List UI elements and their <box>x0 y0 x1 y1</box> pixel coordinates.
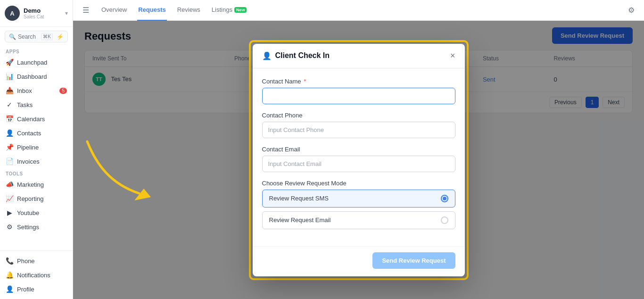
client-checkin-modal: 👤 Client Check In × Contact Name * <box>253 44 465 276</box>
choose-mode-group: Choose Review Request Mode Review Reques… <box>262 180 455 229</box>
sidebar-item-label: Invoices <box>17 158 40 165</box>
email-option-label: Review Request Email <box>269 216 331 224</box>
modal-title-text: Client Check In <box>275 51 330 60</box>
sidebar-item-youtube[interactable]: ▶ Youtube <box>0 206 73 220</box>
settings-icon: ⚙ <box>6 223 13 231</box>
youtube-icon: ▶ <box>6 209 13 216</box>
sidebar-user-info: Demo Sales Cat <box>24 7 44 19</box>
main-area: ☰ Overview Requests Reviews Listings New… <box>73 0 644 299</box>
avatar: A <box>5 6 20 21</box>
notifications-icon: 🔔 <box>6 271 13 279</box>
sidebar-item-phone[interactable]: 📞 Phone <box>0 254 73 268</box>
sidebar-item-contacts[interactable]: 👤 Contacts <box>0 126 73 140</box>
sidebar-item-label: Pipeline <box>17 144 39 151</box>
contact-email-group: Contact Email <box>262 146 455 172</box>
modal-title: 👤 Client Check In <box>262 51 330 60</box>
sidebar-item-calendars[interactable]: 📅 Calendars <box>0 112 73 126</box>
sidebar-item-label: Youtube <box>17 209 39 216</box>
sidebar-item-label: Dashboard <box>17 73 47 80</box>
modal-send-review-button[interactable]: Send Review Request <box>372 252 455 269</box>
sidebar-item-settings[interactable]: ⚙ Settings <box>0 220 73 234</box>
section-apps-label: Apps <box>0 46 73 55</box>
dashboard-icon: 📊 <box>6 73 13 80</box>
sidebar-item-label: Reporting <box>17 195 43 202</box>
sidebar-item-notifications[interactable]: 🔔 Notifications <box>0 268 73 282</box>
sidebar-item-pipeline[interactable]: 📌 Pipeline <box>0 140 73 154</box>
contact-phone-group: Contact Phone <box>262 112 455 138</box>
inbox-icon: 📥 <box>6 87 13 94</box>
email-radio-dot <box>441 216 448 224</box>
launchpad-icon: 🚀 <box>6 58 13 66</box>
sidebar-item-inbox[interactable]: 📥 Inbox 5 <box>0 83 73 98</box>
tab-requests[interactable]: Requests <box>137 0 167 21</box>
sidebar-item-tasks[interactable]: ✓ Tasks <box>0 98 73 112</box>
listings-new-badge: New <box>234 7 247 13</box>
sidebar-item-label: Profile <box>17 286 34 293</box>
phone-icon: 📞 <box>6 257 13 265</box>
sidebar: A Demo Sales Cat ▾ 🔍 Search ⌘K ⚡ Apps 🚀 … <box>0 0 73 299</box>
contact-name-group: Contact Name * <box>262 78 455 104</box>
sidebar-chevron-icon: ▾ <box>65 10 68 17</box>
search-icon: 🔍 <box>9 33 16 40</box>
sidebar-item-profile[interactable]: 👤 Profile <box>0 282 73 296</box>
profile-icon: 👤 <box>6 285 13 293</box>
sidebar-item-label: Notifications <box>17 272 50 279</box>
calendars-icon: 📅 <box>6 115 13 123</box>
sidebar-item-label: Inbox <box>17 87 32 94</box>
tab-reviews[interactable]: Reviews <box>176 0 201 21</box>
user-check-icon: 👤 <box>262 51 272 60</box>
user-name: Demo <box>24 7 44 14</box>
sms-option-label: Review Request SMS <box>269 195 329 202</box>
sidebar-item-label: Tasks <box>17 101 33 108</box>
sidebar-item-dashboard[interactable]: 📊 Dashboard <box>0 69 73 83</box>
tab-reviews-label: Reviews <box>177 6 200 13</box>
sidebar-item-reporting[interactable]: 📈 Reporting <box>0 191 73 206</box>
search-shortcut: ⌘K <box>41 33 53 40</box>
sidebar-item-label: Phone <box>17 257 35 265</box>
section-tools-label: Tools <box>0 168 73 177</box>
contacts-icon: 👤 <box>6 129 13 137</box>
user-sub: Sales Cat <box>24 14 44 19</box>
gear-icon[interactable]: ⚙ <box>628 6 635 15</box>
sidebar-item-invoices[interactable]: 📄 Invoices <box>0 154 73 168</box>
sidebar-bottom: 📞 Phone 🔔 Notifications 👤 Profile <box>0 250 73 299</box>
pipeline-icon: 📌 <box>6 143 13 151</box>
choose-mode-label: Choose Review Request Mode <box>262 180 455 187</box>
contact-email-label: Contact Email <box>262 146 455 153</box>
modal-overlay: 👤 Client Check In × Contact Name * <box>73 21 644 299</box>
contact-email-input[interactable] <box>262 156 455 172</box>
content-area: Requests Send Review Request Invite Sent… <box>73 21 644 299</box>
contact-name-input[interactable] <box>262 88 455 104</box>
top-navigation: ☰ Overview Requests Reviews Listings New… <box>73 0 644 21</box>
modal-header: 👤 Client Check In × <box>253 44 465 68</box>
contact-phone-input[interactable] <box>262 122 455 138</box>
hamburger-icon[interactable]: ☰ <box>83 6 89 15</box>
contact-name-label: Contact Name * <box>262 78 455 85</box>
tab-requests-label: Requests <box>138 6 166 13</box>
search-bar[interactable]: 🔍 Search ⌘K ⚡ <box>5 31 68 42</box>
search-label: Search <box>18 33 36 40</box>
sidebar-item-launchpad[interactable]: 🚀 Launchpad <box>0 55 73 69</box>
tab-overview[interactable]: Overview <box>100 0 128 21</box>
modal-footer: Send Review Request <box>253 246 465 276</box>
sidebar-item-label: Contacts <box>17 130 41 137</box>
tab-listings-label: Listings <box>212 6 232 13</box>
svg-marker-0 <box>134 189 151 200</box>
sidebar-item-label: Settings <box>17 224 39 231</box>
required-indicator: * <box>304 78 306 85</box>
modal-highlight: 👤 Client Check In × Contact Name * <box>249 40 469 280</box>
tab-listings[interactable]: Listings New <box>211 0 248 21</box>
tasks-icon: ✓ <box>6 101 13 108</box>
invoices-icon: 📄 <box>6 158 13 165</box>
tab-overview-label: Overview <box>101 6 127 13</box>
email-option[interactable]: Review Request Email <box>262 211 455 229</box>
sidebar-item-marketing[interactable]: 📣 Marketing <box>0 177 73 191</box>
reporting-icon: 📈 <box>6 195 13 202</box>
modal-body: Contact Name * Contact Phone Contact Ema… <box>253 68 465 246</box>
contact-phone-label: Contact Phone <box>262 112 455 119</box>
sms-option[interactable]: Review Request SMS <box>262 190 455 208</box>
marketing-icon: 📣 <box>6 181 13 188</box>
sidebar-item-label: Marketing <box>17 181 44 188</box>
modal-close-button[interactable]: × <box>450 51 455 60</box>
arrow-annotation <box>83 137 177 208</box>
